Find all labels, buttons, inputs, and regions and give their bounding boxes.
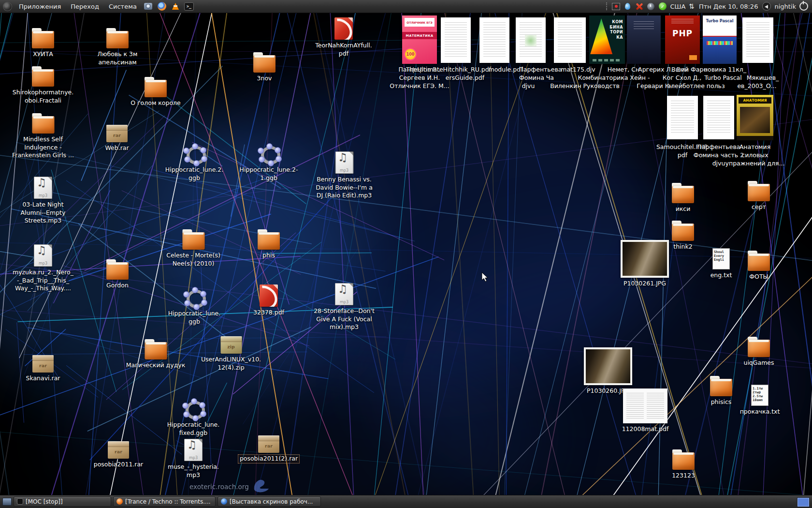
geogebra-point: [200, 411, 206, 417]
desktop-icon-mp3[interactable]: ♫mp303-Late Night Alumni--Empty Streets.…: [7, 177, 79, 225]
book-thumbnail-darkbook[interactable]: [627, 15, 661, 64]
book-thumbnail-doc[interactable]: [479, 17, 509, 63]
desktop-icon-folder[interactable]: Shirokophormatnye. oboi.Fractali: [2, 66, 84, 105]
thumbnail-label-fragment: djvu: [712, 160, 725, 167]
thumbnail-label-fragment: Фомина часть 2: [694, 151, 744, 159]
desktop-icon-label: Магический дудук: [124, 361, 188, 370]
pdf-file-icon: [260, 284, 278, 307]
archive-icon: rar: [108, 441, 129, 459]
vlc-launcher-icon[interactable]: [171, 1, 180, 11]
desktop-icon-folder[interactable]: Магический дудук: [116, 339, 196, 370]
camera-clock-tray-icon[interactable]: [647, 2, 655, 11]
screen-recorder-tray-icon[interactable]: [612, 2, 620, 11]
desktop-icon-rar[interactable]: rarposobia2011(2).rar: [232, 435, 305, 463]
skype-status-tray-icon[interactable]: ✓: [658, 2, 667, 11]
firefox-launcher-icon[interactable]: [157, 1, 167, 11]
desktop-icon-ggb[interactable]: Hippocratic_lune.2. ggb: [156, 143, 233, 182]
desktop-icon-folder[interactable]: Любовь к 3м апельсинам: [81, 28, 154, 67]
top-panel: Приложения Переход Система >_ ✓ США ⇅ Пт…: [0, 0, 812, 13]
desktop-icon-ggb[interactable]: Hippocratic_lune.2- 1.ggb: [230, 143, 307, 182]
geogebra-point: [191, 398, 197, 404]
desktop-icon-txt[interactable]: 1.1ты 2тыр 2.5ты 10амппрокачка.txt: [726, 385, 794, 417]
book-thumbnail-doc[interactable]: [516, 17, 546, 63]
desktop-icon-mp3[interactable]: ♫mp3muse_-_hysteria. mp3: [157, 439, 230, 479]
archive-icon: rar: [106, 125, 128, 142]
desktop-icon-rar[interactable]: rarWeb.rar: [81, 125, 153, 153]
desktop-icon-zip[interactable]: zipUserAndLINUX_v10. 12(4).zip: [191, 336, 271, 372]
desktop-icon-folder[interactable]: ХУИТА: [7, 28, 79, 59]
taskbar-window-button[interactable]: [MOC [stop]]: [14, 496, 111, 507]
desktop-icon-folder[interactable]: ФОТЫ: [723, 250, 795, 282]
thumbnail-label-fragment: Анатомия: [740, 143, 770, 150]
desktop-icon-folder[interactable]: 123123: [647, 449, 720, 480]
book-thumbnail-doc[interactable]: [703, 96, 734, 139]
mp3-tag-label: mp3: [335, 168, 353, 173]
desktop-icon-label: Web.rar: [103, 144, 130, 153]
folder-icon: [672, 224, 694, 241]
desktop-icon-photo[interactable]: P1030261.JPG: [609, 240, 681, 288]
photo-thumbnail: [584, 347, 632, 385]
book-thumbnail-doc[interactable]: [441, 17, 471, 63]
menu-places[interactable]: Переход: [67, 1, 103, 12]
thumbnail-label-fragment: TheUltimateHitchhik_RU.pdf: [406, 66, 491, 73]
desktop-icon-folder[interactable]: О голом короле: [122, 76, 189, 108]
desktop-icon-folder[interactable]: uiqGames: [723, 336, 795, 368]
xchat-tray-icon[interactable]: [635, 2, 643, 11]
book-thumbnail-doc[interactable]: [667, 96, 698, 139]
desktop-icon-doc2col[interactable]: 112008mat.pdf: [609, 388, 682, 434]
folder-icon: [145, 342, 167, 359]
workspace-switcher[interactable]: [797, 497, 810, 507]
music-note-icon: ♫: [338, 283, 348, 295]
desktop-icon-folder[interactable]: Mindless Self Indulgence - Frankenstein …: [1, 113, 86, 160]
mp3-tag-label: mp3: [34, 194, 52, 198]
desktop-icon-mp3[interactable]: ♫mp328-Stoneface--Don't Give A Fuck (Voc…: [303, 283, 385, 332]
desktop-icon-pdf[interactable]: TeorNahKornAYfull. pdf: [305, 17, 382, 58]
thumbnail-label-fragment: Немет, Сн: [608, 66, 639, 73]
taskbar-window-button[interactable]: [Выставка скринов рабоч...: [218, 496, 321, 507]
desktop-icon-folder[interactable]: 3nov: [228, 52, 301, 83]
desktop-icon-folder[interactable]: phis: [232, 229, 305, 260]
show-desktop-button[interactable]: [2, 498, 12, 506]
username[interactable]: nightik: [774, 3, 796, 10]
network-arrows-icon[interactable]: ⇅: [689, 3, 695, 9]
desktop-icon-folder[interactable]: Gordon: [81, 259, 154, 290]
water-drop-tray-icon[interactable]: [624, 2, 632, 11]
media-player-launcher-icon[interactable]: [144, 1, 153, 11]
tray-handle[interactable]: [606, 2, 609, 10]
book-thumbnail-kombinatorika[interactable]: КОМБИНАТОРИКА: [589, 15, 625, 64]
book-thumbnail-egemath[interactable]: ОТЛИЧНИК ЕГЭМАТЕМАТИКА100: [402, 15, 437, 64]
desktop-icon-rar[interactable]: rarSkanavi.rar: [7, 355, 79, 383]
desktop-icon-rar[interactable]: rarposobia2011.rar: [82, 441, 155, 469]
desktop-icon-mp3[interactable]: ♫mp3Benny Benassi vs. David Bowie--I'm a…: [304, 151, 384, 200]
desktop-icon-folder[interactable]: Celeste - Morte(s) Nee(s) (2010): [154, 229, 233, 268]
book-thumbnail-turbo[interactable]: Turbo Pascal: [703, 15, 737, 64]
desktop-icon-ggb[interactable]: Hippocratic_lune. fixed.ggb: [155, 398, 232, 437]
taskbar-window-button[interactable]: [Trance / Techno :: Torrents....: [113, 496, 216, 507]
audio-file-icon: ♫mp3: [34, 177, 52, 199]
desktop-icon-label: Shirokophormatnye. oboi.Fractali: [11, 88, 75, 105]
book-thumbnail-doc[interactable]: [742, 17, 773, 63]
book-thumbnail-doc[interactable]: [554, 17, 586, 63]
geogebra-file-icon: [257, 144, 280, 164]
desktop-icon-folder[interactable]: серт: [723, 180, 795, 212]
keyboard-layout-indicator[interactable]: США: [670, 3, 685, 10]
desktop-icon-label: Hippocratic_lune.2- 1.ggb: [237, 165, 300, 182]
desktop-icon-label: прокачка.txt: [738, 407, 782, 417]
folder-icon: [748, 184, 770, 201]
desktop-root: ХУИТАЛюбовь к 3м апельсинамShirokophorma…: [0, 0, 812, 508]
menu-system[interactable]: Система: [105, 1, 141, 12]
terminal-launcher-icon[interactable]: >_: [184, 1, 194, 11]
desktop-icon-ggb[interactable]: Hippocratic_lune. ggb: [156, 286, 233, 326]
power-button-icon[interactable]: [799, 2, 808, 11]
user-switcher-icon[interactable]: [762, 2, 771, 11]
text-lines: [671, 19, 694, 24]
archive-ext-label: rar: [106, 133, 128, 138]
book-thumbnail-php[interactable]: РНР: [665, 15, 700, 64]
menu-applications[interactable]: Приложения: [15, 1, 65, 12]
book-thumbnail-anatomy[interactable]: АНАТОМИЯ: [737, 95, 773, 140]
desktop-icon-pdf[interactable]: 32378.pdf: [232, 284, 305, 317]
desktop-icon-mp3[interactable]: ♫mp3myzuka.ru_2._Nero_ -_Bad_Trip__This_…: [2, 244, 84, 293]
desktop-icon-folder[interactable]: икси: [647, 182, 719, 214]
main-menu-icon[interactable]: [3, 2, 12, 11]
panel-clock[interactable]: Птн Дек 10, 08:26: [698, 3, 759, 10]
